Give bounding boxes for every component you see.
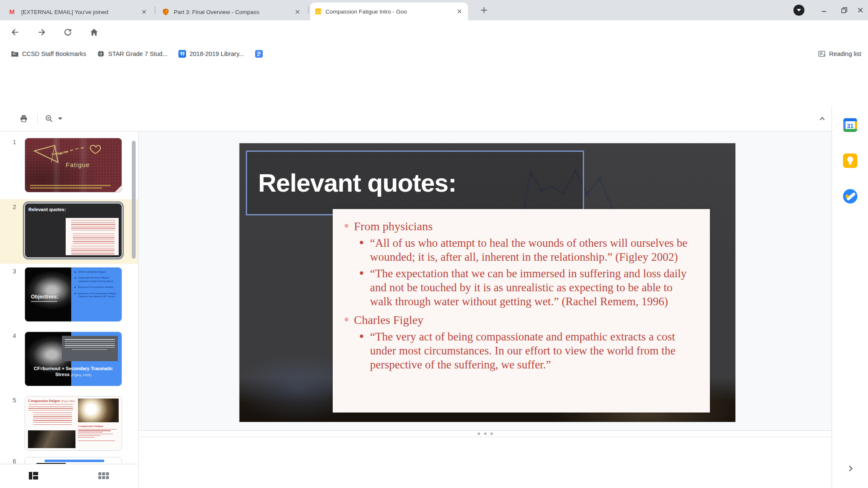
keep-icon[interactable]: [843, 153, 857, 168]
reading-list-label: Reading list: [829, 50, 861, 57]
toolbar-divider: [37, 114, 38, 124]
thumb3-bullet: Understand the three different categorie…: [78, 276, 117, 283]
bookmark-library[interactable]: 2018-2019 Library...: [178, 50, 244, 58]
show-side-panel-button[interactable]: [846, 464, 857, 474]
bookmark-label: STAR Grade 7 Stud...: [108, 50, 167, 57]
slide-canvas-area: Relevant quotes: From physicians “All of…: [139, 131, 832, 488]
caption-line: [30, 185, 111, 186]
window-menu-button[interactable]: [793, 5, 804, 16]
slide-number: 5: [13, 397, 16, 404]
slide-3-thumbnail[interactable]: Objectives: Define compassion fatigue Un…: [25, 267, 122, 322]
tab-part3[interactable]: Part 3: Final Overview - Compass: [157, 3, 306, 20]
thumb4-title: CF=burnout + Secondary Traumatic Stress …: [25, 365, 122, 378]
tasks-icon[interactable]: [843, 189, 857, 204]
quote-heading: From physicians: [343, 219, 691, 234]
grid-view-icon[interactable]: [97, 471, 109, 481]
bookmark-doc[interactable]: [255, 50, 263, 58]
slide-title-box[interactable]: Relevant quotes:: [246, 151, 584, 215]
globe-icon: [97, 50, 105, 58]
slides-icon: [315, 8, 321, 14]
calendar-date-label: 31: [843, 118, 857, 132]
zoom-tool-button[interactable]: [42, 112, 56, 125]
reload-button[interactable]: [61, 25, 75, 39]
decor-lines: [71, 220, 115, 232]
tab-gmail[interactable]: M [EXTERNAL EMAIL] You've joined: [4, 3, 153, 20]
new-tab-button[interactable]: [478, 4, 490, 16]
slide-thumbnail-row: 1 Compassion Fatigue: [0, 138, 139, 201]
page-curl: [115, 185, 122, 192]
gmail-icon: M: [9, 8, 17, 16]
side-panel-rail: 31: [832, 106, 868, 488]
decor-lines: [28, 404, 73, 411]
thumb3-bullet: Define compassion fatigue: [78, 270, 117, 273]
slide-number: 3: [13, 268, 16, 275]
tab-close-icon[interactable]: [456, 8, 463, 15]
bookmark-ccsd[interactable]: CCSD Staff Bookmarks: [11, 50, 86, 57]
slide-thumbnail-row: 4 CF=burnout + Secondary Traumatic Stres…: [0, 332, 139, 395]
close-window-button[interactable]: [854, 4, 866, 16]
quote-item: “The expectation that we can be immersed…: [343, 267, 691, 309]
thumb5-title: Compassion fatigue (Figley 2002): [28, 399, 75, 403]
thumb4-cite: (Figley, 1995): [71, 373, 91, 377]
quote-item: “The very act of being compassionate and…: [343, 330, 691, 372]
slide-title: Relevant quotes:: [258, 168, 456, 198]
slide-4-thumbnail[interactable]: CF=burnout + Secondary Traumatic Stress …: [25, 332, 122, 386]
chevron-right-icon: [846, 464, 855, 473]
tab-title: Part 3: Final Overview - Compass: [174, 9, 290, 15]
tab-close-icon[interactable]: [141, 8, 147, 15]
decor-lines: [33, 413, 72, 425]
filmstrip-scrollbar[interactable]: [132, 141, 136, 259]
slide-number: 1: [13, 139, 16, 145]
tab-divider: [308, 6, 309, 14]
thumb2-title: Relevant quotes:: [28, 207, 66, 212]
canvas-background: Relevant quotes: From physicians “All of…: [139, 131, 832, 430]
thumb5-title-text: Compassion fatigue: [28, 399, 60, 403]
slides-header: Compassion Fatigue Intro File Edit View …: [0, 64, 868, 106]
slide-1-thumbnail[interactable]: Compassion Fatigue: [25, 138, 122, 192]
tab-title: Compassion Fatigue Intro - Goo: [326, 8, 452, 15]
thumb5-right-column: Compassion fatigue: [78, 424, 119, 448]
collapse-toolbar-button[interactable]: [815, 112, 829, 125]
slide-number: 4: [13, 332, 16, 339]
zoom-dropdown-caret[interactable]: [56, 112, 64, 125]
quote-item: “All of us who attempt to heal the wound…: [343, 236, 691, 264]
current-slide[interactable]: Relevant quotes: From physicians “All of…: [239, 143, 735, 422]
restore-window-button[interactable]: [838, 4, 850, 16]
tab-slides-active[interactable]: Compassion Fatigue Intro - Goo: [310, 3, 468, 20]
bookmark-label: CCSD Staff Bookmarks: [22, 50, 86, 57]
slide-2-thumbnail[interactable]: Relevant quotes:: [25, 203, 122, 258]
slide-thumbnail-row: 3 Objectives: Define compassion fatigue …: [0, 267, 139, 331]
browser-tab-strip: M [EXTERNAL EMAIL] You've joined Part 3:…: [0, 0, 868, 20]
thumb4-textbox: [62, 336, 118, 361]
blue-doc-icon: [255, 50, 263, 58]
view-switcher-bar: [0, 464, 139, 488]
print-button[interactable]: [17, 112, 31, 125]
browser-toolbar: docs.google.com/presentation/d/141rBX9da…: [0, 20, 868, 44]
folder-icon: [11, 50, 19, 57]
decor-bar: [45, 460, 104, 462]
reading-list-button[interactable]: Reading list: [818, 50, 861, 58]
calendar-icon[interactable]: 31: [843, 118, 857, 132]
chevron-down-icon: [58, 117, 62, 122]
forward-button[interactable]: [35, 25, 48, 39]
thumb3-bullets-panel: Define compassion fatigue Understand the…: [71, 268, 122, 321]
bookmarks-bar: CCSD Staff Bookmarks STAR Grade 7 Stud..…: [0, 44, 868, 64]
speaker-notes-drag-handle[interactable]: [139, 430, 832, 437]
tab-close-icon[interactable]: [294, 8, 301, 15]
slide-filmstrip: 1 Compassion Fatigue 2 Relevant quotes:: [0, 131, 139, 488]
thumb5-body: [28, 404, 73, 426]
decor-lines: [71, 246, 114, 255]
slide-quote-box[interactable]: From physicians “All of us who attempt t…: [333, 209, 710, 413]
slide-thumbnail-row: 5 Compassion fatigue (Figley 2002) Compa…: [0, 396, 139, 460]
slide-number: 2: [13, 204, 16, 210]
tab-divider: [155, 6, 155, 14]
bookmark-star-grade7[interactable]: STAR Grade 7 Stud...: [97, 50, 167, 58]
home-button[interactable]: [87, 25, 101, 39]
back-button[interactable]: [8, 25, 22, 39]
slide-5-thumbnail[interactable]: Compassion fatigue (Figley 2002) Compass…: [25, 396, 122, 451]
slides-toolbar: View only: [0, 106, 832, 131]
filmstrip-view-icon[interactable]: [28, 471, 39, 481]
thumb3-bullet: Exposure to a symptoms checklist: [78, 286, 117, 289]
minimize-button[interactable]: [818, 4, 830, 16]
chevron-down-icon: [797, 9, 801, 14]
